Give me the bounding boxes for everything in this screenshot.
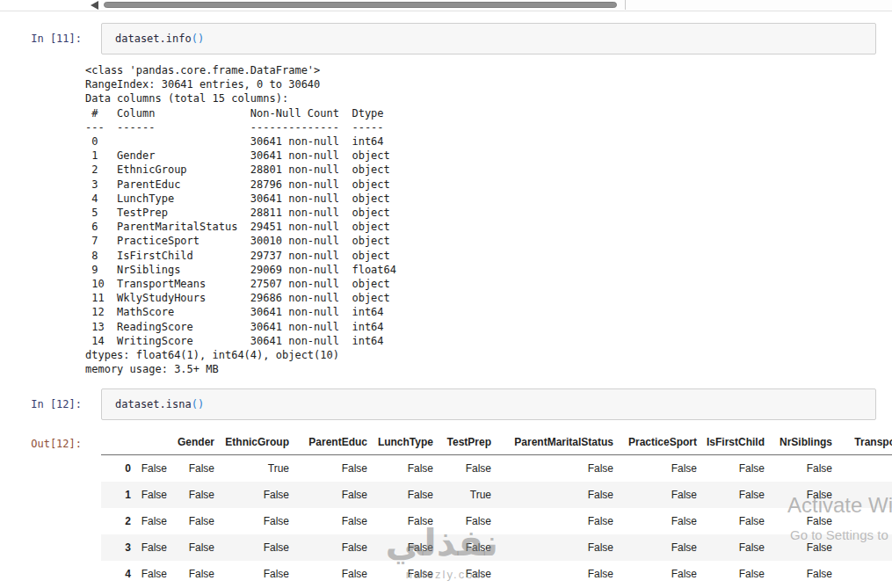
cell-value: True [214,455,289,483]
cell-value: False [167,455,214,483]
table-row: 3FalseFalseFalseFalseFalseFalseFalseFals… [101,534,892,561]
cell-value: False [167,534,214,561]
cell-value: False [433,455,491,483]
cell-value: False [765,455,832,483]
column-header: NrSiblings [765,431,832,455]
code-brackets: () [192,398,204,410]
cell-value: False [367,455,433,483]
cell-value: False [131,534,167,561]
cell-value: False [289,561,367,587]
scrollbar-divider [625,0,626,10]
scrollbar-track[interactable] [101,0,892,11]
cell-value: False [765,561,832,587]
column-header: ParentEduc [289,431,367,455]
table-row: 0FalseFalseTrueFalseFalseFalseFalseFalse… [101,455,892,483]
cell-value: False [765,482,832,508]
cell-value: False [491,482,613,508]
column-header: TransportMeans [832,431,892,455]
cell-value: False [613,561,697,587]
cell-value: False [697,534,765,561]
cell-value: False [167,561,214,587]
cell-value: False [697,482,765,508]
column-header: PracticeSport [613,431,697,455]
cell-value: False [289,455,367,483]
cell-value: False [765,508,832,534]
input-prompt-11: In [11]: [0,23,82,54]
code-text: dataset.info [115,33,192,45]
jupyter-notebook-page: { "colors": { "in_prompt": "#363b6e", "o… [0,0,892,588]
horizontal-scrollbar[interactable] [0,0,892,11]
column-header: Gender [167,431,214,455]
code-brackets: () [192,33,204,45]
cell-value: False [214,482,289,508]
table-row: 2FalseFalseFalseFalseFalseFalseFalseFals… [101,508,892,534]
cell-value: False [613,508,697,534]
cell-value: False [765,534,832,561]
code-text: dataset.isna [115,398,192,410]
cell-value: False [491,561,613,587]
cell-value [832,482,892,508]
cell-value: False [131,508,167,534]
cell-value: False [491,534,613,561]
column-header: LunchType [367,431,433,455]
cell-value: False [367,534,433,561]
row-index: 2 [101,508,131,534]
cell-value: False [433,561,491,587]
cell-value [832,561,892,587]
column-header: TestPrep [433,431,491,455]
cell-value: False [367,482,433,508]
input-prompt-12: In [12]: [0,388,82,420]
cell-value [832,508,892,534]
column-header: ParentMaritalStatus [491,431,613,455]
cell-value: False [131,561,167,587]
cell-value: False [289,482,367,508]
output-prompt-12: Out[12]: [0,431,82,457]
cell-value: False [289,508,367,534]
scrollbar-thumb[interactable] [104,2,617,8]
row-index: 1 [101,482,131,508]
cell-value: False [697,508,765,534]
cell-value [832,534,892,561]
cell-value: False [167,482,214,508]
cell-value: False [214,561,289,587]
isna-dataframe-table: GenderEthnicGroupParentEducLunchTypeTest… [101,431,892,587]
code-input-12[interactable]: dataset.isna() [101,388,876,420]
code-cell-12: In [12]: dataset.isna() [0,388,892,420]
cell-value: False [131,482,167,508]
column-header: EthnicGroup [214,431,289,455]
cell-value: False [613,482,697,508]
cell-value: False [613,455,697,483]
cell-value: False [433,534,491,561]
row-index: 3 [101,534,131,561]
isna-table-scroll-region[interactable]: GenderEthnicGroupParentEducLunchTypeTest… [101,431,892,587]
column-header [131,431,167,455]
cell-value: False [491,455,613,483]
cell-value: False [214,508,289,534]
index-column-header [101,431,131,455]
table-row: 1FalseFalseFalseFalseFalseTrueFalseFalse… [101,482,892,508]
table-row: 4FalseFalseFalseFalseFalseFalseFalseFals… [101,561,892,587]
row-index: 0 [101,455,131,483]
cell-value: False [367,561,433,587]
scrollbar-left-arrow-icon[interactable] [91,1,98,10]
cell-value: False [167,508,214,534]
cell-value: False [131,455,167,483]
cell-value: False [367,508,433,534]
cell-value: False [433,508,491,534]
output-area-12: Out[12]: GenderEthnicGroupParentEducLunc… [0,431,892,587]
cell-value: False [613,534,697,561]
cell-value: False [491,508,613,534]
info-output-text: <class 'pandas.core.frame.DataFrame'> Ra… [85,63,876,376]
cell-value: True [433,482,491,508]
row-index: 4 [101,561,131,587]
cell-value: False [697,561,765,587]
column-header: IsFirstChild [697,431,765,455]
cell-value: False [214,534,289,561]
code-input-11[interactable]: dataset.info() [101,23,876,54]
cell-value: False [697,455,765,483]
cell-value: False [289,534,367,561]
code-cell-11: In [11]: dataset.info() [0,23,892,54]
cell-value [832,455,892,483]
